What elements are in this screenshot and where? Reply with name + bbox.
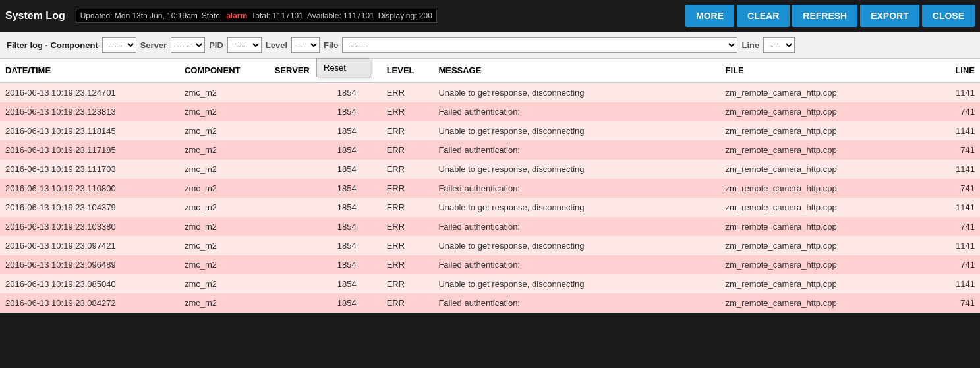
table-row: 2016-06-13 10:19:23.110800zmc_m21854ERRF… <box>0 179 980 198</box>
table-cell: 2016-06-13 10:19:23.104379 <box>0 198 179 217</box>
table-row: 2016-06-13 10:19:23.124701zmc_m21854ERRU… <box>0 82 980 102</box>
pid-select[interactable]: ----- <box>227 37 262 53</box>
table-cell <box>270 140 332 160</box>
table-cell: zmc_m2 <box>179 102 270 121</box>
table-cell: 2016-06-13 10:19:23.117185 <box>0 140 179 160</box>
table-cell: ERR <box>382 179 434 198</box>
table-cell: zm_remote_camera_http.cpp <box>720 102 927 121</box>
table-cell: 1854 <box>332 121 382 140</box>
filter-label: Filter log - Component <box>7 40 98 50</box>
displaying-text: Displaying: 200 <box>378 11 432 20</box>
table-cell: zm_remote_camera_http.cpp <box>720 160 927 179</box>
table-header-row: DATE/TIME COMPONENT SERVER PID LEVEL MES… <box>0 59 980 82</box>
export-button[interactable]: EXPORT <box>860 5 919 27</box>
table-cell: 1141 <box>926 121 980 140</box>
header-buttons: MORE CLEAR REFRESH EXPORT CLOSE <box>685 5 975 27</box>
table-cell: Unable to get response, disconnecting <box>433 198 720 217</box>
table-cell: 1141 <box>926 82 980 102</box>
col-header-line: LINE <box>926 59 980 82</box>
table-cell: 1854 <box>332 255 382 274</box>
table-cell <box>270 160 332 179</box>
table-cell: Unable to get response, disconnecting <box>433 82 720 102</box>
table-cell: Failed authentication: <box>433 217 720 236</box>
table-cell: zmc_m2 <box>179 293 270 313</box>
clear-button[interactable]: CLEAR <box>737 5 790 27</box>
total-text: Total: 1117101 <box>251 11 303 20</box>
table-row: 2016-06-13 10:19:23.123813zmc_m21854ERRF… <box>0 102 980 121</box>
table-cell: 741 <box>926 255 980 274</box>
col-header-datetime: DATE/TIME <box>0 59 179 82</box>
refresh-button[interactable]: REFRESH <box>792 5 857 27</box>
col-header-file: FILE <box>720 59 927 82</box>
table-cell: zmc_m2 <box>179 160 270 179</box>
table-cell: 2016-06-13 10:19:23.110800 <box>0 179 179 198</box>
col-header-message: MESSAGE <box>433 59 720 82</box>
table-cell <box>270 179 332 198</box>
table-cell: Failed authentication: <box>433 293 720 313</box>
table-cell: zmc_m2 <box>179 236 270 255</box>
table-cell: 1854 <box>332 293 382 313</box>
reset-dropdown: Reset <box>316 58 370 77</box>
table-cell: zm_remote_camera_http.cpp <box>720 179 927 198</box>
updated-text: Updated: Mon 13th Jun, 10:19am <box>80 11 198 20</box>
state-value: alarm <box>226 11 247 20</box>
table-cell: 2016-06-13 10:19:23.097421 <box>0 236 179 255</box>
table-cell: 1854 <box>332 102 382 121</box>
table-cell: ERR <box>382 236 434 255</box>
pid-label: PID <box>209 40 223 50</box>
table-cell: Unable to get response, disconnecting <box>433 274 720 293</box>
table-cell: zmc_m2 <box>179 255 270 274</box>
table-cell: zmc_m2 <box>179 274 270 293</box>
table-cell: 2016-06-13 10:19:23.084272 <box>0 293 179 313</box>
status-bar: Updated: Mon 13th Jun, 10:19am State: al… <box>76 9 437 23</box>
table-cell <box>270 217 332 236</box>
table-cell: 1854 <box>332 236 382 255</box>
table-cell: 2016-06-13 10:19:23.103380 <box>0 217 179 236</box>
line-select[interactable]: ---- <box>763 37 795 53</box>
table-body: 2016-06-13 10:19:23.124701zmc_m21854ERRU… <box>0 82 980 313</box>
table-cell: 1854 <box>332 198 382 217</box>
level-select[interactable]: --- <box>291 37 320 53</box>
component-select[interactable]: ----- <box>102 37 136 53</box>
table-cell: ERR <box>382 121 434 140</box>
table-cell: ERR <box>382 255 434 274</box>
table-cell: ERR <box>382 274 434 293</box>
table-cell: zm_remote_camera_http.cpp <box>720 121 927 140</box>
table-cell: 2016-06-13 10:19:23.096489 <box>0 255 179 274</box>
col-header-level: LEVEL <box>382 59 434 82</box>
table-cell <box>270 198 332 217</box>
filter-bar: Filter log - Component ----- Server ----… <box>0 32 980 59</box>
table-cell: 741 <box>926 140 980 160</box>
line-label: Line <box>741 40 759 50</box>
table-cell <box>270 255 332 274</box>
table-cell: 1141 <box>926 274 980 293</box>
log-table-container: DATE/TIME COMPONENT SERVER PID LEVEL MES… <box>0 59 980 313</box>
col-header-component: COMPONENT <box>179 59 270 82</box>
table-cell: Failed authentication: <box>433 255 720 274</box>
more-button[interactable]: MORE <box>685 5 734 27</box>
table-cell: 2016-06-13 10:19:23.124701 <box>0 82 179 102</box>
page-title: System Log <box>5 10 65 22</box>
table-cell: 1141 <box>926 198 980 217</box>
table-cell: 1854 <box>332 179 382 198</box>
table-cell: 1141 <box>926 236 980 255</box>
table-cell: 2016-06-13 10:19:23.123813 <box>0 102 179 121</box>
server-label: Server <box>140 40 167 50</box>
table-row: 2016-06-13 10:19:23.104379zmc_m21854ERRU… <box>0 198 980 217</box>
table-row: 2016-06-13 10:19:23.117185zmc_m21854ERRF… <box>0 140 980 160</box>
table-cell: zm_remote_camera_http.cpp <box>720 140 927 160</box>
table-cell: Unable to get response, disconnecting <box>433 236 720 255</box>
table-cell: zmc_m2 <box>179 217 270 236</box>
table-cell: zmc_m2 <box>179 121 270 140</box>
reset-button[interactable]: Reset <box>317 59 370 77</box>
file-select[interactable]: ------ <box>342 37 737 53</box>
table-cell: 741 <box>926 179 980 198</box>
close-button[interactable]: CLOSE <box>922 5 975 27</box>
table-cell: zm_remote_camera_http.cpp <box>720 274 927 293</box>
table-row: 2016-06-13 10:19:23.084272zmc_m21854ERRF… <box>0 293 980 313</box>
table-row: 2016-06-13 10:19:23.097421zmc_m21854ERRU… <box>0 236 980 255</box>
table-cell <box>270 293 332 313</box>
table-cell: 2016-06-13 10:19:23.085040 <box>0 274 179 293</box>
table-cell: 1854 <box>332 217 382 236</box>
server-select[interactable]: ----- <box>171 37 205 53</box>
